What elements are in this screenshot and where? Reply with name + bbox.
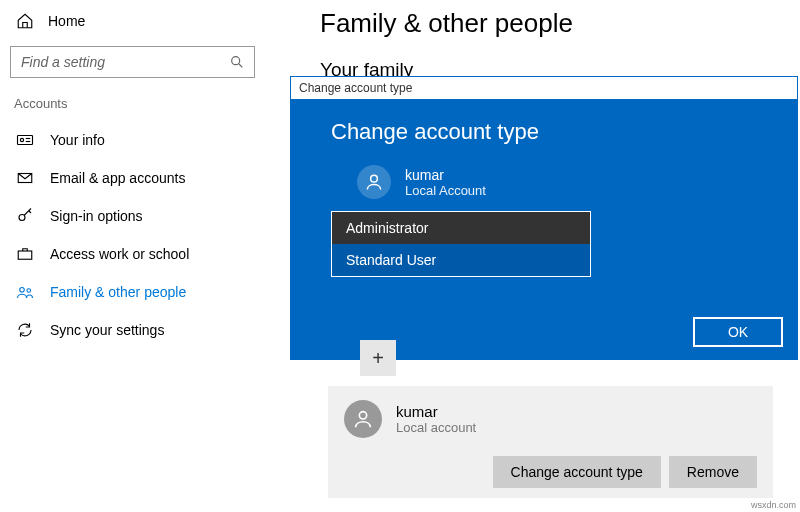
- search-icon: [229, 54, 245, 70]
- main-content: Family & other people Your family: [320, 0, 800, 81]
- person-card-icon: [16, 131, 34, 149]
- account-type-dropdown[interactable]: Administrator Standard User: [331, 211, 591, 277]
- sidebar-item-your-info[interactable]: Your info: [4, 121, 261, 159]
- home-icon: [16, 12, 34, 30]
- add-user-button[interactable]: +: [360, 340, 396, 376]
- search-wrap: [10, 46, 255, 78]
- dialog-user-name: kumar: [405, 167, 486, 183]
- sync-icon: [16, 321, 34, 339]
- svg-rect-8: [18, 251, 32, 259]
- person-icon: [364, 172, 384, 192]
- user-card-type: Local account: [396, 420, 476, 435]
- key-icon: [16, 207, 34, 225]
- sidebar-item-signin[interactable]: Sign-in options: [4, 197, 261, 235]
- search-input[interactable]: [10, 46, 255, 78]
- remove-button[interactable]: Remove: [669, 456, 757, 488]
- sidebar-item-sync[interactable]: Sync your settings: [4, 311, 261, 349]
- sidebar-item-family[interactable]: Family & other people: [4, 273, 261, 311]
- change-account-type-button[interactable]: Change account type: [493, 456, 661, 488]
- dialog-user-row: kumar Local Account: [357, 165, 757, 199]
- svg-point-12: [359, 412, 366, 419]
- user-card-buttons: Change account type Remove: [344, 456, 757, 488]
- nav-label: Access work or school: [50, 246, 189, 262]
- mail-icon: [16, 169, 34, 187]
- home-label: Home: [48, 13, 85, 29]
- option-administrator[interactable]: Administrator: [332, 212, 590, 244]
- section-label: Accounts: [4, 96, 261, 121]
- user-card-name: kumar: [396, 403, 476, 420]
- user-card-avatar: [344, 400, 382, 438]
- svg-point-3: [20, 138, 23, 141]
- nav-label: Email & app accounts: [50, 170, 185, 186]
- watermark: wsxdn.com: [751, 500, 796, 510]
- nav-label: Sync your settings: [50, 322, 164, 338]
- user-avatar: [357, 165, 391, 199]
- user-card[interactable]: kumar Local account Change account type …: [328, 386, 773, 498]
- ok-button[interactable]: OK: [693, 317, 783, 347]
- page-title: Family & other people: [320, 8, 800, 39]
- svg-rect-2: [18, 136, 33, 145]
- change-account-type-dialog: Change account type Change account type …: [290, 76, 798, 360]
- dialog-user-type: Local Account: [405, 183, 486, 198]
- nav-label: Sign-in options: [50, 208, 143, 224]
- user-card-text: kumar Local account: [396, 403, 476, 435]
- user-text: kumar Local Account: [405, 167, 486, 198]
- sidebar-item-work[interactable]: Access work or school: [4, 235, 261, 273]
- dialog-titlebar: Change account type: [291, 77, 797, 99]
- briefcase-icon: [16, 245, 34, 263]
- svg-point-9: [20, 288, 25, 293]
- home-link[interactable]: Home: [4, 6, 261, 36]
- nav-label: Family & other people: [50, 284, 186, 300]
- user-card-header: kumar Local account: [344, 400, 757, 438]
- nav-label: Your info: [50, 132, 105, 148]
- svg-point-11: [371, 175, 378, 182]
- settings-sidebar: Home Accounts Your info Email & app acco…: [0, 0, 265, 355]
- option-standard-user[interactable]: Standard User: [332, 244, 590, 276]
- svg-line-1: [239, 64, 242, 67]
- dialog-body: Change account type kumar Local Account …: [291, 99, 797, 359]
- svg-point-10: [27, 289, 31, 293]
- sidebar-item-email[interactable]: Email & app accounts: [4, 159, 261, 197]
- dialog-heading: Change account type: [331, 119, 757, 145]
- svg-point-7: [19, 215, 25, 221]
- svg-point-0: [232, 57, 240, 65]
- person-icon: [352, 408, 374, 430]
- people-icon: [16, 283, 34, 301]
